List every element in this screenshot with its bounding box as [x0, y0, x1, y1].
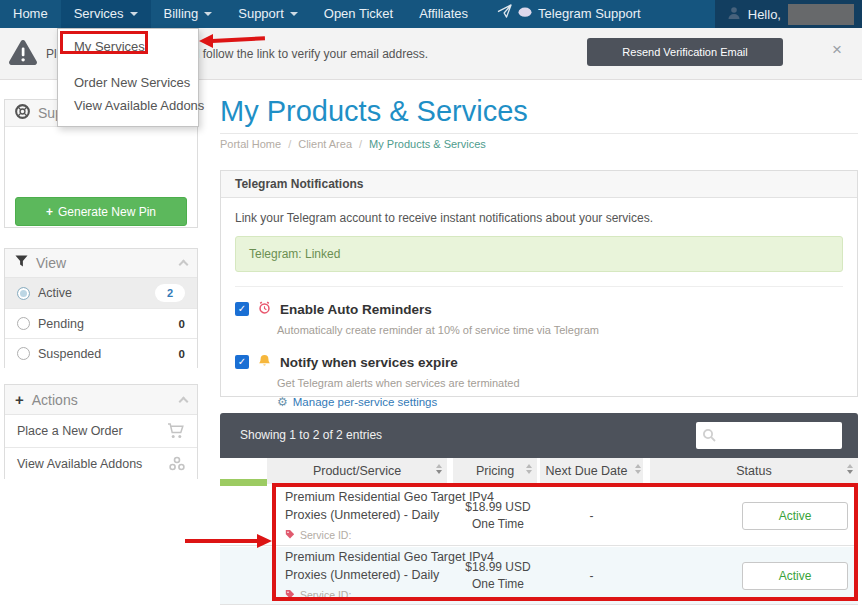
- column-header-status[interactable]: Status: [650, 458, 858, 484]
- breadcrumb: Portal Home/Client Area/My Products & Se…: [220, 138, 486, 150]
- breadcrumb-portal-home[interactable]: Portal Home: [220, 138, 281, 150]
- section-divider: [235, 286, 843, 287]
- telegram-intro-text: Link your Telegram account to receive in…: [235, 211, 843, 225]
- paper-plane-icon: [497, 0, 512, 28]
- nav-open-ticket[interactable]: Open Ticket: [311, 0, 406, 28]
- nav-billing[interactable]: Billing: [151, 0, 226, 28]
- nav-home[interactable]: Home: [0, 0, 61, 28]
- breadcrumb-client-area[interactable]: Client Area: [298, 138, 352, 150]
- sort-icon: [847, 464, 853, 474]
- gear-icon: ⚙: [277, 395, 288, 409]
- username-redaction: [788, 4, 854, 25]
- page-title: My Products & Services: [220, 95, 528, 128]
- table-search-input[interactable]: [720, 423, 838, 447]
- greeting-text: Hello,: [748, 7, 781, 22]
- sort-icon: [526, 464, 532, 474]
- action-view-available-addons[interactable]: View Available Addons: [5, 447, 197, 479]
- action-place-new-order[interactable]: Place a New Order: [5, 415, 197, 447]
- filter-icon: [15, 255, 28, 271]
- user-menu[interactable]: Hello,: [715, 0, 862, 28]
- notify-expire-checkbox[interactable]: ✓: [235, 355, 249, 369]
- chevron-up-icon: [179, 260, 189, 270]
- actions-panel: + Actions Place a New Order View Availab…: [4, 384, 198, 479]
- support-pin-value-area: [5, 127, 197, 190]
- column-header-next-due[interactable]: Next Due Date: [540, 458, 643, 484]
- alarm-clock-icon: [258, 300, 271, 318]
- table-search-box: [696, 422, 842, 449]
- plus-icon: +: [15, 391, 24, 408]
- search-icon: [702, 428, 717, 443]
- nav-telegram-support[interactable]: Telegram Support: [497, 0, 641, 28]
- bell-icon: [258, 353, 271, 371]
- filter-pending[interactable]: Pending 0: [5, 308, 197, 338]
- radio-active[interactable]: [17, 287, 30, 300]
- nav-support[interactable]: Support: [225, 0, 311, 28]
- notify-expire-label: Notify when services expire: [280, 355, 458, 370]
- dropdown-item-order-new-services[interactable]: Order New Services: [58, 71, 198, 94]
- dropdown-item-view-available-addons[interactable]: View Available Addons: [58, 94, 198, 117]
- radio-pending[interactable]: [17, 317, 30, 330]
- active-status-strip: [220, 479, 267, 486]
- addons-icon: [169, 456, 185, 471]
- table-toolbar: Showing 1 to 2 of 2 entries: [220, 413, 858, 458]
- generate-new-pin-button[interactable]: + Generate New Pin: [15, 197, 187, 226]
- title-divider: [220, 133, 858, 134]
- nav-services[interactable]: Services: [61, 0, 151, 28]
- caret-down-icon: [130, 12, 138, 16]
- annotation-box-table-rows: [272, 483, 858, 601]
- warning-icon: [8, 39, 38, 70]
- sort-icon: [635, 464, 641, 474]
- column-header-pricing[interactable]: Pricing: [453, 458, 537, 484]
- radio-suspended[interactable]: [17, 347, 30, 360]
- telegram-panel-header: Telegram Notifications: [221, 171, 857, 198]
- actions-panel-header[interactable]: + Actions: [5, 385, 197, 415]
- column-header-product[interactable]: Product/Service: [267, 458, 447, 484]
- dropdown-gap: [58, 58, 198, 71]
- chevron-up-icon: [179, 396, 189, 406]
- caret-down-icon: [290, 12, 298, 16]
- plus-icon: +: [46, 205, 53, 219]
- showing-entries-text: Showing 1 to 2 of 2 entries: [240, 428, 382, 442]
- pending-count: 0: [179, 318, 185, 330]
- speech-bubble-icon: [518, 0, 532, 28]
- nav-affiliates[interactable]: Affiliates: [406, 0, 481, 28]
- filter-suspended[interactable]: Suspended 0: [5, 338, 197, 368]
- auto-reminders-checkbox[interactable]: ✓: [235, 302, 249, 316]
- user-icon: [727, 6, 741, 23]
- auto-reminders-label: Enable Auto Reminders: [280, 302, 432, 317]
- active-count-badge: 2: [155, 284, 185, 302]
- caret-down-icon: [204, 12, 212, 16]
- annotation-arrow-dropdown: [199, 34, 213, 48]
- annotation-arrow-rows: [257, 534, 272, 548]
- annotation-arrow-line: [185, 539, 257, 543]
- cart-icon: [167, 423, 185, 439]
- auto-reminders-desc: Automatically create reminder at 10% of …: [277, 324, 843, 336]
- suspended-count: 0: [179, 348, 185, 360]
- telegram-linked-alert: Telegram: Linked: [235, 236, 843, 272]
- telegram-notifications-panel: Telegram Notifications Link your Telegra…: [220, 170, 858, 397]
- view-filter-panel: View Active 2 Pending 0 Suspended 0: [4, 248, 198, 368]
- annotation-box-my-services: [60, 31, 148, 54]
- sort-icon: [436, 464, 442, 474]
- filter-active[interactable]: Active 2: [5, 278, 197, 308]
- notify-expire-desc: Get Telegram alerts when services are te…: [277, 377, 843, 389]
- view-panel-header[interactable]: View: [5, 249, 197, 278]
- breadcrumb-current: My Products & Services: [369, 138, 486, 150]
- manage-per-service-link[interactable]: ⚙ Manage per-service settings: [277, 395, 843, 409]
- life-ring-icon: [15, 104, 30, 122]
- top-navbar: Home Services Billing Support Open Ticke…: [0, 0, 862, 28]
